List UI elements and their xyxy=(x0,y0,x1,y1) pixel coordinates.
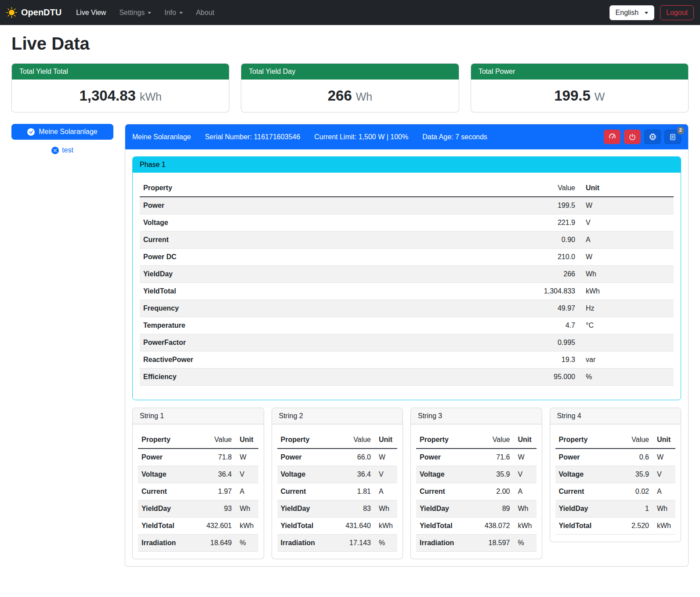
table-row: YieldDay266Wh xyxy=(140,266,674,283)
inverter-sidebar: Meine Solaranlage test xyxy=(11,124,113,154)
value-cell: 18.597 xyxy=(473,535,514,552)
value-cell: 210.0 xyxy=(522,249,579,266)
language-select[interactable]: English xyxy=(609,5,654,20)
value-header: Value xyxy=(334,431,374,449)
value-cell: 49.97 xyxy=(522,300,579,317)
property-cell: Irradiation xyxy=(138,535,195,552)
total-yield-day-card: Total Yield Day 266Wh xyxy=(241,63,459,112)
device-info-button[interactable] xyxy=(644,130,661,144)
unit-header: Unit xyxy=(514,431,537,449)
value-cell: 71.8 xyxy=(195,449,236,466)
table-row: Power199.5W xyxy=(140,197,674,214)
property-cell: Frequency xyxy=(140,300,522,317)
unit-cell: Wh xyxy=(374,500,397,517)
value-cell: 0.90 xyxy=(522,232,579,249)
table-row: Voltage221.9V xyxy=(140,214,674,232)
nav-item-live-view[interactable]: Live View xyxy=(69,5,112,20)
value-cell: 438.072 xyxy=(473,517,514,535)
inverter-serial: Serial Number: 116171603546 xyxy=(205,133,300,141)
table-row: YieldDay1Wh xyxy=(555,500,676,517)
unit-cell: W xyxy=(579,249,674,266)
property-cell: Irradiation xyxy=(277,535,334,552)
page-title: Live Data xyxy=(11,34,689,54)
unit-cell: Wh xyxy=(514,500,537,517)
card-title: Total Power xyxy=(471,64,688,80)
events-badge: 2 xyxy=(677,127,684,134)
property-cell: Power xyxy=(416,449,473,466)
table-header-row: Property Value Unit xyxy=(555,431,676,449)
table-row: YieldDay89Wh xyxy=(416,500,537,517)
value-cell: 1 xyxy=(612,500,653,517)
value-cell: 266 xyxy=(522,266,579,283)
unit-cell: A xyxy=(236,483,258,500)
value-cell: 36.4 xyxy=(334,466,374,483)
table-row: Current1.97A xyxy=(138,483,258,500)
logout-button[interactable]: Logout xyxy=(660,5,694,20)
total-power-card: Total Power 199.5W xyxy=(471,63,689,112)
value-cell: 0.6 xyxy=(612,449,653,466)
value-cell: 89 xyxy=(473,500,514,517)
power-button[interactable] xyxy=(624,130,641,144)
sidebar-item-label: test xyxy=(62,146,73,154)
chevron-down-icon xyxy=(148,12,151,14)
table-row: YieldTotal432.601kWh xyxy=(138,517,258,535)
brand[interactable]: OpenDTU xyxy=(6,7,62,18)
sidebar-item-meine-solaranlage[interactable]: Meine Solaranlage xyxy=(11,124,113,140)
unit-cell: Wh xyxy=(653,500,675,517)
value-cell: 17.143 xyxy=(334,535,374,552)
property-cell: YieldTotal xyxy=(555,517,613,535)
table-row: YieldDay93Wh xyxy=(138,500,258,517)
table-row: Power71.6W xyxy=(416,449,537,466)
table-row: Power71.8W xyxy=(138,449,258,466)
unit-cell: Wh xyxy=(579,266,674,283)
property-cell: ReactivePower xyxy=(140,351,522,369)
unit-cell: kWh xyxy=(236,517,258,535)
string-card-title: String 3 xyxy=(411,408,542,424)
sidebar-item-test[interactable]: test xyxy=(11,146,113,154)
string-4-card: String 4 Property Value Unit xyxy=(550,408,682,542)
unit-cell: Hz xyxy=(579,300,674,317)
property-cell: Power DC xyxy=(140,249,522,266)
event-log-button[interactable]: 2 xyxy=(664,130,681,144)
table-row: Voltage35.9V xyxy=(555,466,676,483)
inverter-actions: 2 xyxy=(604,130,681,144)
phase-card-title: Phase 1 xyxy=(133,157,681,173)
power-icon xyxy=(628,133,636,141)
unit-cell: W xyxy=(514,449,537,466)
property-cell: YieldDay xyxy=(416,500,473,517)
string-card-title: String 4 xyxy=(550,408,681,424)
card-title: Total Yield Day xyxy=(241,64,458,80)
property-cell: Irradiation xyxy=(416,535,473,552)
unit-cell: kWh xyxy=(579,283,674,300)
property-cell: Power xyxy=(140,197,522,214)
property-header: Property xyxy=(138,431,195,449)
value-cell: 71.6 xyxy=(473,449,514,466)
property-cell: Power xyxy=(277,449,334,466)
unit-cell: A xyxy=(374,483,397,500)
limit-settings-button[interactable] xyxy=(604,130,620,144)
table-row: Irradiation17.143% xyxy=(277,535,398,552)
unit-cell: V xyxy=(374,466,397,483)
unit-header: Unit xyxy=(579,180,674,197)
string-table: Property Value Unit Power0.6W Voltage35.… xyxy=(555,431,676,535)
property-cell: Current xyxy=(416,483,473,500)
value-cell: 1.97 xyxy=(195,483,236,500)
value-cell: 199.5 xyxy=(522,197,579,214)
property-header: Property xyxy=(416,431,473,449)
content-row: Meine Solaranlage test Meine Solaranlage… xyxy=(11,124,689,567)
nav-item-settings[interactable]: Settings xyxy=(112,5,158,20)
sun-icon xyxy=(6,7,17,18)
value-cell: 221.9 xyxy=(522,214,579,232)
nav-item-info[interactable]: Info xyxy=(158,5,189,20)
string-card-title: String 2 xyxy=(272,408,403,424)
total-yield-day-unit: Wh xyxy=(356,90,373,103)
value-header: Value xyxy=(473,431,514,449)
string-card-body: Property Value Unit Power71.8W Voltage36… xyxy=(133,424,264,552)
string-3-card: String 3 Property Value Unit xyxy=(410,408,542,559)
nav-item-about[interactable]: About xyxy=(189,5,221,20)
unit-cell: V xyxy=(579,214,674,232)
summary-cards-row: Total Yield Total 1,304.83kWh Total Yiel… xyxy=(11,63,689,112)
nav-item-settings-label: Settings xyxy=(119,9,145,17)
total-yield-total-unit: kWh xyxy=(140,90,162,103)
x-circle-icon xyxy=(51,147,59,154)
